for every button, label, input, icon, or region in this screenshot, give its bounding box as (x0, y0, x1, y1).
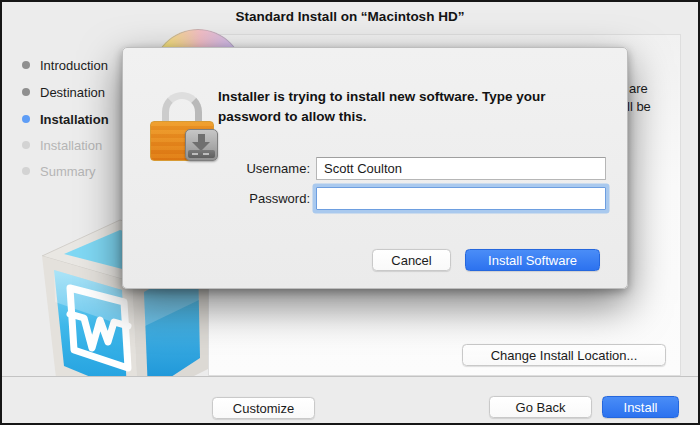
authentication-dialog: Installer is trying to install new softw… (122, 47, 628, 289)
username-field[interactable] (316, 157, 606, 180)
step-bullet-icon (22, 115, 30, 123)
customize-button[interactable]: Customize (212, 397, 315, 419)
background-text-fragment: ll be (627, 99, 651, 114)
download-badge-icon (185, 129, 218, 161)
cancel-button[interactable]: Cancel (372, 249, 451, 271)
sidebar-item-installation: Installation (22, 136, 102, 154)
password-label: Password: (123, 191, 310, 206)
lock-download-icon (149, 92, 217, 162)
sidebar-item-destination: Destination (22, 83, 105, 101)
step-bullet-icon (22, 141, 30, 149)
install-button[interactable]: Install (602, 396, 679, 418)
background-text-fragment: are (629, 81, 648, 96)
sidebar-item-introduction: Introduction (22, 56, 108, 74)
sidebar-item-summary: Summary (22, 162, 96, 180)
footer-bar: Customize Go Back Install (2, 376, 698, 425)
sidebar-item-installation-type: Installation (22, 110, 109, 128)
install-software-button[interactable]: Install Software (465, 249, 600, 271)
installer-window: Standard Install on “Macintosh HD” (0, 0, 700, 425)
username-label: Username: (123, 161, 310, 176)
step-bullet-icon (22, 88, 30, 96)
go-back-button[interactable]: Go Back (489, 396, 592, 418)
page-title: Standard Install on “Macintosh HD” (2, 9, 698, 24)
dialog-message: Installer is trying to install new softw… (218, 87, 596, 128)
change-install-location-button[interactable]: Change Install Location... (462, 344, 666, 366)
step-bullet-icon (22, 167, 30, 175)
step-bullet-icon (22, 61, 30, 69)
password-field[interactable] (316, 187, 606, 210)
